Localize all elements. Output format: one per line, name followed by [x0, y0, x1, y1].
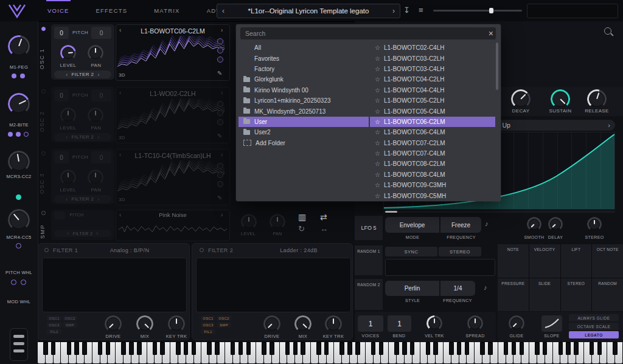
wavetable-next-icon[interactable]: › [221, 89, 223, 96]
lfo-tab[interactable]: LFO 5 [355, 216, 383, 240]
mod-source-cell[interactable]: RANDOM [592, 278, 623, 312]
macro4-knob[interactable] [8, 209, 30, 231]
bend-value[interactable]: 1 [388, 315, 411, 332]
mod-indicator-dot[interactable] [24, 132, 29, 137]
wavetable-3d-display[interactable] [117, 36, 224, 71]
osc1-filter-routing[interactable]: ‹ FILTER 2 › [54, 70, 111, 78]
piano-key-black[interactable] [246, 342, 251, 355]
mod-indicator-dot[interactable] [11, 280, 16, 285]
piano-key-black[interactable] [301, 342, 305, 355]
wavetable-edit-icon[interactable]: ✎ [217, 70, 222, 77]
piano-key-black[interactable] [137, 342, 142, 355]
osc2-wavetable-name[interactable]: L1-WO02-C2LH [127, 90, 218, 97]
routing-next-icon[interactable]: › [97, 72, 99, 78]
routing-prev-icon[interactable]: ‹ [67, 230, 69, 236]
routing-next-icon[interactable]: › [97, 196, 99, 202]
osc2-view-mode[interactable]: 3D [119, 135, 131, 140]
random1-stereo-button[interactable]: STEREO [439, 247, 481, 256]
preset-name[interactable]: *L1or--Original Lyricon Template legato [229, 7, 388, 15]
tempo-sync-icon[interactable]: ♪ [485, 220, 489, 227]
piano-key-black[interactable] [67, 342, 72, 355]
osc2-wavetable-panel[interactable]: ‹ L1-WO02-C2LH › 3D ✎ [116, 87, 230, 143]
env-sustain-knob[interactable] [551, 89, 570, 109]
piano-key-black[interactable] [176, 342, 181, 355]
routing-prev-icon[interactable]: ‹ [66, 196, 68, 202]
piano-key-black[interactable] [316, 342, 321, 355]
piano-key-black[interactable] [98, 342, 103, 355]
filter-input-button[interactable]: OSC3 [201, 322, 215, 328]
filter2-display[interactable] [196, 258, 351, 312]
piano-key-black[interactable] [51, 342, 56, 355]
folder-row[interactable]: Factory [238, 64, 369, 74]
filter2-mix-knob[interactable] [294, 315, 312, 332]
folder-row[interactable]: Favorites [238, 53, 369, 63]
routing-prev-icon[interactable]: ‹ [66, 72, 68, 78]
smp-loop-icon[interactable]: ↻ [298, 224, 305, 233]
piano-key-black[interactable] [231, 342, 235, 355]
mod-indicator-dot[interactable] [16, 243, 21, 249]
lfo-frequency-button[interactable]: Freeze [440, 217, 481, 233]
smp-filter-routing[interactable]: ‹ FILTER 2 › [54, 230, 111, 237]
favorite-star-icon[interactable]: ☆ [375, 140, 384, 146]
env-release-knob[interactable] [587, 89, 607, 109]
filter1-mix-knob[interactable] [136, 315, 153, 332]
vel-trk-knob[interactable] [426, 315, 442, 331]
osc3-wavetable-panel[interactable]: ‹ L1-TC10-C4(TimbScan)LH › 3D ✎ [116, 149, 230, 205]
piano-key-black[interactable] [480, 342, 485, 355]
filter-input-button[interactable]: OSC2 [63, 315, 77, 321]
piano-key-black[interactable] [566, 342, 571, 355]
file-row[interactable]: ☆ L1-BOWOTC06-C2LM [370, 117, 495, 127]
favorite-star-icon[interactable]: ☆ [375, 76, 384, 83]
folder-row[interactable]: All [238, 43, 369, 53]
osc2-level-knob[interactable] [60, 108, 76, 123]
random1-display[interactable] [385, 259, 495, 276]
filter-input-button[interactable]: SMP [217, 322, 231, 328]
wavetable-edit-icon[interactable]: ✎ [217, 194, 222, 201]
piano-key-black[interactable] [512, 342, 517, 355]
spread-knob[interactable] [467, 315, 483, 331]
random2-frequency-button[interactable]: 1/4 [440, 281, 475, 296]
smp-level-knob[interactable] [241, 214, 257, 230]
piano-key-black[interactable] [535, 342, 540, 355]
osc3-pan-knob[interactable] [88, 170, 103, 185]
wavetable-next-icon[interactable]: › [221, 27, 223, 33]
chevron-right-icon[interactable]: › [608, 122, 610, 129]
mod-source-cell[interactable]: SLIDE [529, 278, 560, 312]
piano-key-black[interactable] [410, 342, 415, 355]
volume-slider[interactable] [433, 10, 522, 12]
wavetable-option-button[interactable] [217, 57, 223, 63]
file-row[interactable]: ☆ L1-BOWOTC08-C2LM [370, 159, 495, 169]
mod-indicator-dot[interactable] [16, 194, 21, 200]
osc2-filter-routing[interactable]: ‹ FILTER 2 › [54, 133, 111, 141]
piano-key-black[interactable] [488, 342, 493, 355]
mod-indicator-dot[interactable] [21, 280, 26, 285]
wavetable-prev-icon[interactable]: ‹ [119, 89, 121, 96]
wavetable-prev-icon[interactable]: ‹ [119, 151, 121, 158]
filter1-power-button[interactable] [44, 248, 49, 252]
osc3-level-knob[interactable] [60, 170, 76, 185]
wavetable-option-button[interactable] [217, 110, 223, 116]
favorite-star-icon[interactable]: ☆ [375, 182, 384, 188]
scrollbar-thumb[interactable] [496, 43, 498, 90]
piano-key-black[interactable] [106, 342, 111, 355]
piano-key-black[interactable] [121, 342, 126, 355]
file-row[interactable]: ☆ L1-BOWOTC04-C4LH [370, 85, 495, 95]
piano-key-black[interactable] [355, 342, 360, 355]
piano-key-black[interactable] [449, 342, 454, 355]
filter-input-button[interactable]: OSC1 [47, 315, 61, 321]
save-preset-icon[interactable]: ↧ [403, 5, 410, 15]
search-input[interactable] [240, 30, 482, 37]
piano-key-black[interactable] [192, 342, 197, 355]
piano-key-black[interactable] [74, 342, 79, 355]
piano-key-black[interactable] [426, 342, 431, 355]
preset-next-button[interactable]: › [388, 7, 400, 15]
filter2-keytrack-knob[interactable] [325, 315, 342, 332]
mod-source-cell[interactable]: NOTE [498, 244, 529, 278]
piano-key-black[interactable] [238, 342, 243, 355]
wavetable-option-button[interactable] [217, 101, 223, 107]
osc1-wavetable-name[interactable]: L1-BOWOTC06-C2LM [127, 27, 218, 35]
osc3-tune[interactable]: 0 [91, 151, 111, 163]
search-bar[interactable] [240, 27, 496, 39]
piano-key-black[interactable] [43, 342, 48, 355]
mod-source-cell[interactable]: PRESSURE [498, 278, 529, 312]
